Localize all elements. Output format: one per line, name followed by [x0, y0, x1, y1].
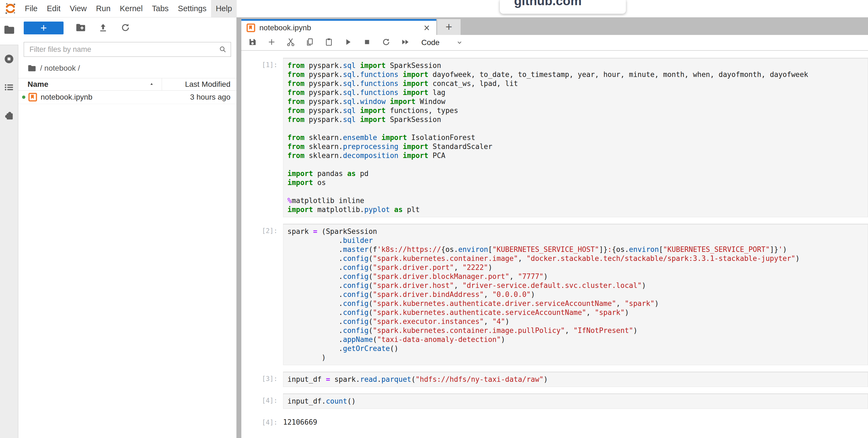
menu-item-run[interactable]: Run [91, 0, 115, 17]
restart-icon [381, 37, 391, 47]
menu-item-kernel[interactable]: Kernel [115, 0, 147, 17]
notebook-content: [1]:from pyspark.sql import SparkSession… [241, 51, 868, 438]
file-list-header: Name Last Modified [18, 78, 237, 91]
run-cell-button[interactable] [343, 37, 352, 48]
filter-files-input[interactable] [29, 45, 219, 54]
code-cell[interactable]: [2]:spark = (SparkSession .builder .mast… [262, 224, 868, 365]
menu-item-view[interactable]: View [65, 0, 91, 17]
paste-cells-button[interactable] [324, 37, 334, 48]
cell-editor[interactable]: from pyspark.sql import SparkSessionfrom… [283, 58, 868, 217]
menu-item-tabs[interactable]: Tabs [147, 0, 173, 17]
upload-icon [98, 22, 108, 33]
refresh-file-list-button[interactable] [120, 22, 131, 34]
paste-icon [324, 37, 334, 47]
breadcrumb[interactable]: / notebook / [18, 57, 237, 78]
file-browser-toolbar: + [18, 18, 237, 34]
execution-count: [2]: [262, 224, 283, 365]
running-icon [3, 53, 15, 65]
plus-icon: + [40, 22, 46, 34]
sidebar-item-running-kernels[interactable] [3, 53, 15, 66]
file-list: notebook.ipynb3 hours ago [18, 91, 237, 104]
interrupt-kernel-button[interactable] [363, 37, 372, 48]
new-tab-button[interactable]: + [437, 19, 461, 35]
file-browser-panel: + / notebook / Name Last Modified [18, 18, 237, 438]
tab-bar: notebook.ipynb × + [241, 18, 868, 35]
new-folder-button[interactable] [75, 22, 86, 34]
activity-bar-items [0, 45, 18, 438]
menu-item-edit[interactable]: Edit [42, 0, 65, 17]
cut-icon [286, 37, 295, 47]
stackable-logo-icon [4, 2, 17, 14]
jupyterlab-window: FileEditViewRunKernelTabsSettingsHelp + … [0, 0, 868, 438]
cell-output: [4]:12106669 [262, 415, 868, 426]
cell-editor[interactable]: spark = (SparkSession .builder .master(f… [283, 224, 868, 365]
activity-bar [0, 18, 18, 438]
sidebar-item-table-of-contents[interactable] [3, 82, 15, 94]
column-header-last-modified[interactable]: Last Modified [162, 78, 237, 90]
restart-and-run-all-button[interactable] [401, 37, 410, 48]
sort-asc-icon [149, 81, 155, 87]
menu-item-help[interactable]: Help [211, 0, 237, 17]
code-cell[interactable]: [3]:input_df = spark.read.parquet("hdfs:… [262, 372, 868, 387]
app-body: + / notebook / Name Last Modified [0, 18, 868, 438]
code-cell[interactable]: [1]:from pyspark.sql import SparkSession… [262, 58, 868, 217]
stop-icon [363, 37, 372, 47]
plus-thin-icon [267, 37, 276, 47]
column-header-name[interactable]: Name [18, 78, 162, 90]
restart-kernel-button[interactable] [381, 37, 391, 48]
cut-cells-button[interactable] [286, 37, 295, 48]
cell-type-label: Code [421, 38, 440, 47]
cell-editor[interactable]: input_df.count() [283, 393, 868, 409]
tab-label: notebook.ipynb [259, 24, 311, 32]
toolbar-buttons [248, 37, 410, 48]
menu-item-settings[interactable]: Settings [173, 0, 211, 17]
notebook-icon [28, 92, 37, 102]
cell-editor[interactable]: input_df = spark.read.parquet("hdfs://hd… [283, 372, 868, 387]
sidebar-item-extension-manager[interactable] [3, 110, 15, 122]
save-icon [248, 37, 257, 47]
output-text: 12106669 [283, 415, 317, 426]
fast-forward-icon [401, 37, 410, 47]
puzzle-icon [3, 110, 15, 121]
home-folder-icon[interactable] [28, 64, 36, 72]
close-tab-icon[interactable]: × [422, 23, 431, 33]
notebook-toolbar: Code [241, 35, 868, 51]
refresh-icon [120, 22, 131, 33]
file-last-modified: 3 hours ago [162, 93, 237, 101]
upload-files-button[interactable] [98, 22, 108, 34]
output-prompt: [4]: [262, 415, 283, 426]
tab-notebook[interactable]: notebook.ipynb × [241, 19, 436, 35]
execution-count: [3]: [262, 372, 283, 387]
file-name: notebook.ipynb [41, 93, 162, 101]
filter-files-box [24, 42, 231, 57]
popup-text: github.com [514, 0, 626, 8]
execution-count: [1]: [262, 58, 283, 217]
chevron-down-icon [456, 38, 464, 47]
menu-item-file[interactable]: File [20, 0, 42, 17]
sidebar-item-file-browser[interactable] [0, 18, 18, 45]
copy-cells-button[interactable] [305, 37, 314, 48]
new-launcher-button[interactable]: + [24, 22, 64, 34]
main-dock: notebook.ipynb × + Code [1]:from pyspark… [241, 18, 868, 438]
menu-items: FileEditViewRunKernelTabsSettingsHelp [20, 0, 237, 17]
notebook-icon [246, 23, 255, 32]
breadcrumb-path: / notebook / [40, 64, 80, 72]
menu-bar: FileEditViewRunKernelTabsSettingsHelp [0, 0, 868, 18]
save-notebook-button[interactable] [248, 37, 257, 48]
folder-icon [4, 24, 15, 35]
search-icon [219, 45, 227, 54]
new-folder-icon [75, 22, 86, 33]
panel-resize-handle[interactable] [237, 18, 241, 438]
execution-count: [4]: [262, 393, 283, 409]
toc-icon [3, 82, 15, 93]
copy-icon [305, 37, 314, 47]
kernel-running-dot [22, 95, 25, 99]
file-row[interactable]: notebook.ipynb3 hours ago [18, 91, 237, 104]
github-popup: github.com [500, 0, 626, 14]
insert-cell-below-button[interactable] [267, 37, 276, 48]
cell-type-dropdown[interactable]: Code [421, 38, 464, 47]
code-cell[interactable]: [4]:input_df.count() [262, 393, 868, 409]
run-icon [343, 37, 352, 47]
